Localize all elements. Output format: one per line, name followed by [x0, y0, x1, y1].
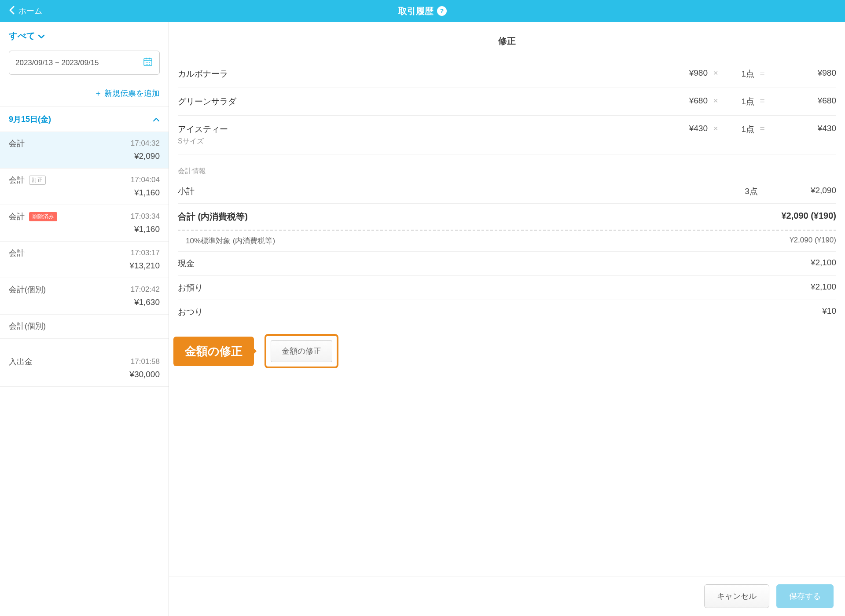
tx-label: 会計 [9, 175, 25, 185]
total-amount: ¥2,090 (¥190) [781, 211, 836, 223]
equals-icon: = [754, 96, 770, 106]
add-slip-label: 新規伝票を追加 [104, 89, 160, 98]
tx-time: 17:04:04 [131, 176, 160, 184]
tax-label: 10%標準対象 (内消費税等) [186, 236, 275, 246]
deleted-badge: 削除済み [29, 212, 57, 221]
day-label: 9月15日(金) [9, 114, 51, 125]
back-button[interactable]: ホーム [9, 6, 42, 17]
line-qty: 1点 [724, 96, 754, 107]
line-item: カルボナーラ ¥980 × 1点 = ¥980 [178, 60, 836, 88]
chevron-left-icon [9, 6, 15, 17]
svg-point-4 [146, 62, 147, 63]
help-icon[interactable]: ? [437, 6, 447, 16]
line-variant: Sサイズ [178, 137, 664, 146]
line-name: グリーンサラダ [178, 97, 236, 106]
tx-label: 会計 [9, 138, 25, 149]
tx-amount: ¥2,090 [9, 151, 160, 161]
tx-label: 会計(個別) [9, 284, 46, 295]
line-total: ¥980 [770, 68, 836, 78]
list-gap [0, 339, 169, 350]
transaction-item[interactable]: 会計 17:03:17 ¥13,210 [0, 242, 169, 278]
callout-label: 金額の修正 [173, 337, 254, 366]
change-row: おつり ¥10 [178, 300, 836, 324]
multiply-icon: × [708, 124, 724, 133]
tx-amount: ¥1,160 [9, 224, 160, 234]
tx-time: 17:01:58 [131, 357, 160, 366]
multiply-icon: × [708, 96, 724, 106]
line-price: ¥980 [664, 68, 708, 78]
section-label: 会計情報 [178, 167, 836, 176]
tx-time: 17:03:17 [131, 249, 160, 257]
tx-label: 会計 [9, 211, 25, 222]
calendar-icon [143, 56, 153, 69]
line-items: カルボナーラ ¥980 × 1点 = ¥980 グリーンサラダ ¥680 × 1… [178, 60, 836, 154]
callout-wrap: 金額の修正 金額の修正 [173, 334, 836, 368]
subtotal-row: 小計 3点 ¥2,090 [178, 180, 836, 204]
tx-time: 17:04:32 [131, 139, 160, 148]
footer-actions: キャンセル 保存する [169, 576, 845, 616]
multiply-icon: × [708, 68, 724, 78]
tax-amount: ¥2,090 (¥190) [790, 236, 836, 246]
cash-amount: ¥2,100 [811, 258, 836, 269]
sidebar: すべて 2023/09/13 ~ 2023/09/15 ＋ 新規伝票を追加 9月… [0, 22, 169, 616]
back-label: ホーム [18, 6, 42, 16]
subtotal-label: 小計 [178, 186, 195, 197]
day-group-header[interactable]: 9月15日(金) [0, 107, 169, 132]
save-button[interactable]: 保存する [776, 584, 834, 608]
line-total: ¥680 [770, 96, 836, 106]
tax-row: 10%標準対象 (内消費税等) ¥2,090 (¥190) [178, 231, 836, 252]
tendered-amount: ¥2,100 [811, 282, 836, 293]
tx-amount: ¥13,210 [9, 261, 160, 271]
transaction-item[interactable]: 会計 訂正 17:04:04 ¥1,160 [0, 169, 169, 205]
svg-point-5 [147, 62, 148, 63]
transaction-item[interactable]: 会計 削除済み 17:03:34 ¥1,160 [0, 205, 169, 242]
tx-amount: ¥30,000 [9, 370, 160, 379]
subtotal-amount: ¥2,090 [811, 186, 836, 197]
subtotal-qty: 3点 [745, 186, 758, 197]
tendered-row: お預り ¥2,100 [178, 276, 836, 300]
chevron-down-icon [38, 31, 45, 41]
add-slip-button[interactable]: ＋ 新規伝票を追加 [94, 89, 160, 98]
tx-label: 会計 [9, 248, 25, 258]
svg-point-7 [146, 64, 147, 65]
transaction-item[interactable]: 入出金 17:01:58 ¥30,000 [0, 350, 169, 387]
highlight-box: 金額の修正 [265, 334, 338, 368]
line-qty: 1点 [724, 124, 754, 135]
tx-label: 入出金 [9, 356, 33, 367]
tx-time: 17:03:34 [131, 212, 160, 221]
transaction-item[interactable]: 会計(個別) [0, 315, 169, 339]
detail-title: 修正 [178, 35, 836, 47]
line-name: カルボナーラ [178, 69, 228, 78]
correction-badge: 訂正 [29, 176, 46, 185]
main-panel: 修正 カルボナーラ ¥980 × 1点 = ¥980 グリーンサラダ ¥680 … [169, 22, 845, 616]
change-amount: ¥10 [822, 306, 836, 318]
tx-amount: ¥1,630 [9, 297, 160, 307]
cash-label: 現金 [178, 258, 195, 269]
chevron-up-icon [153, 115, 160, 124]
total-label: 合計 (内消費税等) [178, 211, 248, 223]
page-title-text: 取引履歴 [398, 5, 434, 17]
date-range-text: 2023/09/13 ~ 2023/09/15 [15, 59, 99, 67]
line-total: ¥430 [770, 124, 836, 133]
svg-point-9 [149, 64, 150, 65]
transaction-item[interactable]: 会計(個別) 17:02:42 ¥1,630 [0, 278, 169, 315]
filter-label: すべて [9, 30, 35, 42]
page-title: 取引履歴 ? [398, 5, 447, 17]
transaction-item[interactable]: 会計 17:04:32 ¥2,090 [0, 132, 169, 169]
tendered-label: お預り [178, 282, 203, 293]
tx-amount: ¥1,160 [9, 188, 160, 198]
cash-row: 現金 ¥2,100 [178, 252, 836, 276]
line-item: アイスティー Sサイズ ¥430 × 1点 = ¥430 [178, 116, 836, 154]
filter-dropdown[interactable]: すべて [9, 30, 45, 42]
app-header: ホーム 取引履歴 ? [0, 0, 845, 22]
equals-icon: = [754, 124, 770, 133]
cancel-button[interactable]: キャンセル [704, 584, 769, 608]
svg-point-8 [147, 64, 148, 65]
line-qty: 1点 [724, 68, 754, 80]
edit-amount-button[interactable]: 金額の修正 [271, 340, 332, 362]
line-price: ¥430 [664, 124, 708, 133]
change-label: おつり [178, 306, 203, 318]
svg-point-6 [149, 62, 150, 63]
date-range-picker[interactable]: 2023/09/13 ~ 2023/09/15 [9, 51, 160, 75]
line-item: グリーンサラダ ¥680 × 1点 = ¥680 [178, 88, 836, 116]
